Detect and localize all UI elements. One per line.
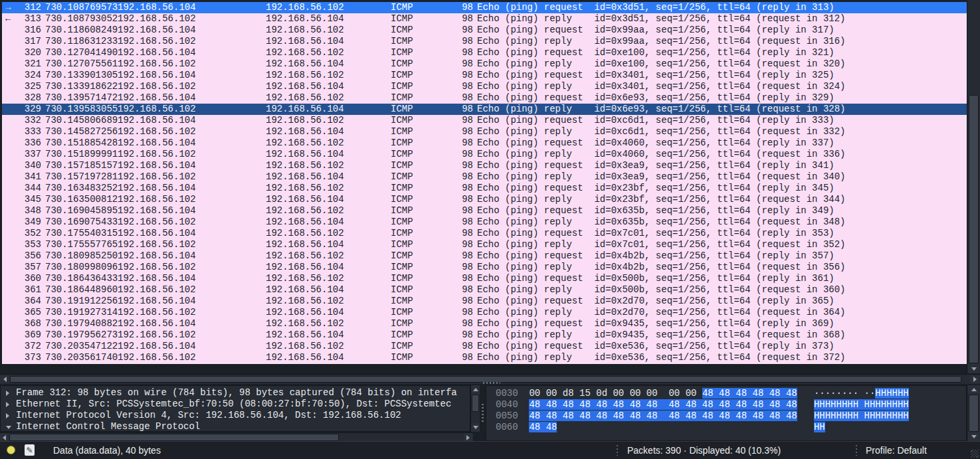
cell-info: Echo (ping) reply id=0x7c01, seq=1/256, … bbox=[473, 239, 967, 250]
related-packet-arrow-icon: → bbox=[2, 2, 24, 13]
cell-info: Echo (ping) request id=0x3d51, seq=1/256… bbox=[473, 2, 967, 13]
scroll-up-button[interactable] bbox=[968, 385, 979, 394]
detail-row[interactable]: Internet Protocol Version 4, Src: 192.16… bbox=[1, 410, 470, 421]
packet-row[interactable]: 368730.197940882192.168.56.104192.168.56… bbox=[2, 318, 967, 329]
cell-destination: 192.168.56.104 bbox=[266, 217, 391, 228]
marker-cell bbox=[2, 36, 24, 47]
cell-protocol: ICMP bbox=[391, 13, 458, 25]
marker-cell bbox=[2, 115, 24, 126]
packet-row[interactable]: 373730.203561740192.168.56.102192.168.56… bbox=[2, 352, 967, 363]
details-hscrollbar[interactable] bbox=[0, 432, 473, 442]
packet-row[interactable]: 328730.139571472192.168.56.104192.168.56… bbox=[2, 92, 967, 104]
status-bar: ✎ Data (data.data), 40 bytes Packets: 39… bbox=[0, 441, 980, 459]
packet-row[interactable]: 320730.127041490192.168.56.104192.168.56… bbox=[2, 47, 967, 58]
packet-row[interactable]: 364730.191912256192.168.56.104192.168.56… bbox=[2, 296, 967, 307]
ascii-highlighted: HHHHHHHH HHHHHHHH bbox=[814, 411, 909, 421]
gap bbox=[518, 422, 530, 432]
marker-cell bbox=[2, 160, 24, 171]
packet-row[interactable]: 356730.180985250192.168.56.104192.168.56… bbox=[2, 250, 967, 262]
hex-vscrollbar[interactable] bbox=[967, 385, 980, 441]
packet-row[interactable]: 357730.180998096192.168.56.102192.168.56… bbox=[2, 262, 967, 273]
details-vscrollbar[interactable] bbox=[470, 385, 480, 432]
packet-row[interactable]: 348730.169045895192.168.56.104192.168.56… bbox=[2, 205, 967, 217]
cell-source: 192.168.56.102 bbox=[118, 81, 266, 92]
hex-row[interactable]: 0060 48 48 HH bbox=[496, 422, 966, 433]
expander-expanded-icon[interactable] bbox=[6, 426, 11, 429]
packet-row[interactable]: 360730.186436433192.168.56.104192.168.56… bbox=[2, 273, 967, 284]
cell-info: Echo (ping) reply id=0x3d51, seq=1/256, … bbox=[473, 13, 967, 25]
packet-row[interactable]: 344730.163483252192.168.56.104192.168.56… bbox=[2, 183, 967, 194]
cell-time: 730.191927314 bbox=[41, 307, 118, 318]
packet-row[interactable]: 332730.145806689192.168.56.104192.168.56… bbox=[2, 115, 967, 126]
packet-row[interactable]: 349730.169075433192.168.56.102192.168.56… bbox=[2, 217, 967, 228]
cell-destination: 192.168.56.102 bbox=[266, 273, 391, 284]
scroll-up-button[interactable] bbox=[471, 385, 480, 394]
packet-row[interactable]: 341730.157197281192.168.56.102192.168.56… bbox=[2, 171, 967, 183]
hex-offset: 0060 bbox=[496, 422, 518, 432]
cell-destination: 192.168.56.104 bbox=[266, 58, 391, 70]
expander-collapsed-icon[interactable] bbox=[6, 413, 9, 418]
packet-row[interactable]: 340730.157185157192.168.56.104192.168.56… bbox=[2, 160, 967, 171]
packet-row[interactable]: 337730.151899991192.168.56.102192.168.56… bbox=[2, 149, 967, 160]
cell-destination: 192.168.56.102 bbox=[266, 92, 391, 104]
packet-row[interactable]: 372730.203547122192.168.56.104192.168.56… bbox=[2, 341, 967, 352]
packet-row[interactable]: 317730.118631233192.168.56.102192.168.56… bbox=[2, 36, 967, 47]
packet-row[interactable]: ←313730.108793052192.168.56.102192.168.5… bbox=[2, 13, 967, 25]
cell-source: 192.168.56.102 bbox=[118, 352, 266, 363]
packet-row[interactable]: 325730.133918622192.168.56.102192.168.56… bbox=[2, 81, 967, 92]
details-hscrollbar-thumb[interactable] bbox=[9, 434, 339, 441]
resize-grip[interactable] bbox=[971, 450, 979, 458]
packet-row[interactable]: 321730.127075561192.168.56.102192.168.56… bbox=[2, 58, 967, 70]
packet-row[interactable]: 324730.133901305192.168.56.104192.168.56… bbox=[2, 70, 967, 81]
cell-time: 730.151885428 bbox=[41, 138, 118, 149]
pencil-icon: ✎ bbox=[26, 446, 33, 454]
detail-row[interactable]: Internet Control Message Protocol bbox=[1, 421, 470, 432]
cell-protocol: ICMP bbox=[391, 228, 458, 239]
cell-info: Echo (ping) reply id=0xc6d1, seq=1/256, … bbox=[473, 126, 967, 138]
scroll-down-button[interactable] bbox=[968, 432, 979, 441]
capture-comment-icon[interactable]: ✎ bbox=[25, 444, 35, 456]
packet-list-vscrollbar[interactable] bbox=[967, 0, 980, 373]
packet-row[interactable]: 336730.151885428192.168.56.104192.168.56… bbox=[2, 138, 967, 149]
detail-row[interactable]: Ethernet II, Src: PCSSystemtec_bf:70:50 … bbox=[1, 399, 470, 410]
packet-row[interactable]: 333730.145827256192.168.56.102192.168.56… bbox=[2, 126, 967, 138]
packet-row[interactable]: 369730.197956273192.168.56.102192.168.56… bbox=[2, 329, 967, 341]
cell-info: Echo (ping) request id=0x3ea9, seq=1/256… bbox=[473, 160, 967, 171]
scroll-right-button[interactable] bbox=[970, 375, 979, 383]
cell-source: 192.168.56.104 bbox=[118, 138, 266, 149]
cell-time: 730.180985250 bbox=[41, 250, 118, 262]
expert-info-icon[interactable] bbox=[7, 446, 15, 454]
hex-vscrollbar-thumb[interactable] bbox=[969, 395, 979, 432]
hex-row[interactable]: 0050 48 48 48 48 48 48 48 48 48 48 48 48… bbox=[496, 411, 966, 422]
profile-selector[interactable]: Profile: Default bbox=[866, 442, 927, 459]
scroll-down-button[interactable] bbox=[471, 423, 480, 432]
cell-time: 730.169075433 bbox=[41, 217, 118, 228]
details-hex-splitter[interactable] bbox=[480, 385, 486, 442]
detail-row[interactable]: Frame 312: 98 bytes on wire (784 bits), … bbox=[1, 387, 470, 399]
status-selection-text: Data (data.data), 40 bytes bbox=[53, 442, 161, 459]
scroll-left-button[interactable] bbox=[0, 375, 9, 383]
packet-row[interactable]: 353730.175557765192.168.56.102192.168.56… bbox=[2, 239, 967, 250]
packet-row[interactable]: 365730.191927314192.168.56.102192.168.56… bbox=[2, 307, 967, 318]
cell-time: 730.127075561 bbox=[41, 58, 118, 70]
expander-collapsed-icon[interactable] bbox=[6, 391, 9, 396]
statusbar-separator bbox=[617, 445, 618, 456]
packet-row[interactable]: 352730.175540315192.168.56.104192.168.56… bbox=[2, 228, 967, 239]
cell-info: Echo (ping) request id=0x4060, seq=1/256… bbox=[473, 138, 967, 149]
packet-row[interactable]: 316730.118608249192.168.56.104192.168.56… bbox=[2, 25, 967, 36]
cell-info: Echo (ping) request id=0x500b, seq=1/256… bbox=[473, 273, 967, 284]
scroll-down-button[interactable] bbox=[968, 364, 979, 373]
packet-row[interactable]: 345730.163500812192.168.56.102192.168.56… bbox=[2, 194, 967, 205]
details-vscrollbar-thumb[interactable] bbox=[472, 395, 479, 412]
pane-splitter-handle[interactable] bbox=[483, 382, 500, 384]
cell-destination: 192.168.56.104 bbox=[266, 307, 391, 318]
packet-list-vscrollbar-thumb[interactable] bbox=[969, 95, 979, 363]
expander-collapsed-icon[interactable] bbox=[6, 402, 9, 407]
packet-row[interactable]: 361730.186448960192.168.56.102192.168.56… bbox=[2, 284, 967, 296]
cell-destination: 192.168.56.102 bbox=[266, 2, 391, 13]
hex-row[interactable]: 0030 00 00 d8 15 0d 00 00 00 00 00 48 48… bbox=[496, 388, 966, 399]
packet-row[interactable]: →312730.108769573192.168.56.104192.168.5… bbox=[2, 2, 967, 13]
hex-row[interactable]: 0040 48 48 48 48 48 48 48 48 48 48 48 48… bbox=[496, 399, 966, 411]
marker-cell bbox=[2, 25, 24, 36]
packet-row[interactable]: 329730.139583055192.168.56.102192.168.56… bbox=[2, 104, 967, 115]
